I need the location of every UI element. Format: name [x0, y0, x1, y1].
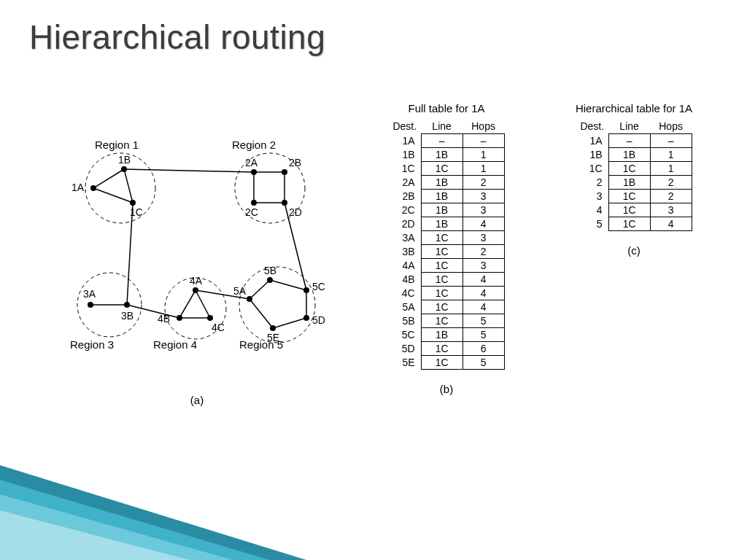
hier-hops: 1: [650, 162, 692, 176]
region-label: Region 4: [153, 338, 197, 351]
edge: [249, 280, 270, 299]
edge: [270, 280, 306, 290]
table-row: 2B1B3: [388, 190, 504, 203]
node-dot: [193, 287, 198, 293]
node-label: 2D: [289, 206, 302, 218]
full-dest: 2D: [388, 217, 421, 231]
node-dot: [121, 166, 127, 172]
hier-hops: 3: [650, 203, 692, 217]
hier-dest: 1C: [576, 162, 608, 176]
table-row: 5C1B5: [388, 328, 504, 342]
full-dest: 3B: [388, 245, 421, 259]
hier-hops: –: [650, 134, 692, 148]
content-area: Region 1Region 2Region 3Region 4Region 5…: [51, 102, 718, 472]
hier-line-header: Line: [608, 119, 650, 134]
edge: [273, 318, 306, 328]
table-row: 5B1C5: [388, 314, 504, 328]
full-hops: 4: [462, 273, 504, 287]
network-diagram: Region 1Region 2Region 3Region 4Region 5…: [51, 137, 343, 378]
table-row: 1A––: [576, 134, 692, 148]
node-dot: [270, 325, 276, 331]
table-row: 2D1B4: [388, 217, 504, 231]
node-dot: [90, 185, 96, 191]
node-label: 2A: [245, 157, 258, 168]
full-line: –: [421, 134, 462, 148]
hier-dest: 1B: [576, 148, 608, 162]
full-hops: 1: [462, 148, 504, 162]
table-row: 5D1C6: [388, 342, 504, 356]
full-line: 1C: [421, 342, 462, 356]
edge: [93, 188, 133, 203]
full-dest: 2B: [388, 190, 421, 203]
table-row: 2C1B3: [388, 203, 504, 217]
hier-dest-header: Dest.: [576, 119, 608, 134]
region-label: Region 2: [232, 139, 276, 151]
table-row: 5A1C4: [388, 300, 504, 314]
node-dot: [247, 296, 252, 302]
node-label: 4B: [158, 313, 170, 324]
hier-hops: 4: [650, 217, 692, 231]
node-label: 1C: [130, 206, 143, 218]
node-dot: [251, 169, 257, 175]
full-hops: 4: [462, 287, 504, 300]
edge: [179, 290, 196, 318]
region-label: Region 3: [70, 338, 114, 351]
full-hops: 4: [462, 217, 504, 231]
region-label: Region 1: [95, 139, 139, 151]
full-line: 1C: [421, 231, 462, 245]
table-row: 41C3: [576, 203, 692, 217]
node-dot: [177, 315, 182, 321]
full-dest: 3A: [388, 231, 421, 245]
node-label: 4A: [190, 275, 203, 287]
table-row: 3B1C2: [388, 245, 504, 259]
full-hops-header: Hops: [462, 119, 504, 134]
hier-table-title: Hierarchical table for 1A: [550, 102, 718, 114]
full-dest: 5D: [388, 342, 421, 356]
node-label: 3A: [83, 288, 96, 300]
panel-label-a: (a): [51, 394, 343, 406]
full-line: 1C: [421, 259, 462, 273]
table-row: 4A1C3: [388, 259, 504, 273]
hier-table: Dest. Line Hops 1A––1B1B11C1C121B231C241…: [576, 119, 692, 231]
full-line: 1C: [421, 287, 462, 300]
node-label: 5D: [312, 314, 325, 326]
table-row: 1B1B1: [388, 148, 504, 162]
table-row: 1C1C1: [388, 162, 504, 176]
svg-marker-0: [0, 465, 306, 560]
full-table-title: Full table for 1A: [370, 102, 523, 114]
slide-title: Hierarchical routing: [29, 18, 325, 57]
full-line-header: Line: [421, 119, 462, 134]
node-dot: [88, 302, 93, 308]
panel-label-b: (b): [370, 383, 523, 395]
hier-table-panel: Hierarchical table for 1A Dest. Line Hop…: [550, 102, 718, 257]
full-dest: 1A: [388, 134, 421, 148]
node-dot: [124, 302, 130, 308]
full-dest: 5C: [388, 328, 421, 342]
table-row: 21B2: [576, 176, 692, 190]
full-dest-header: Dest.: [388, 119, 421, 134]
node-label: 2C: [245, 206, 258, 218]
hier-hops: 1: [650, 148, 692, 162]
full-line: 1C: [421, 273, 462, 287]
hier-hops-header: Hops: [650, 119, 692, 134]
full-hops: 2: [462, 176, 504, 190]
edge: [249, 299, 273, 328]
table-row: 3A1C3: [388, 231, 504, 245]
node-dot: [130, 200, 136, 206]
edge: [196, 290, 210, 318]
edge: [124, 169, 133, 203]
full-line: 1B: [421, 148, 462, 162]
node-label: 5A: [233, 285, 247, 297]
diagram-panel: Region 1Region 2Region 3Region 4Region 5…: [51, 102, 343, 406]
full-table-panel: Full table for 1A Dest. Line Hops 1A––1B…: [370, 102, 523, 395]
table-row: 4B1C4: [388, 273, 504, 287]
hier-line: 1B: [608, 148, 650, 162]
full-dest: 5B: [388, 314, 421, 328]
hier-line: 1C: [608, 203, 650, 217]
full-dest: 2C: [388, 203, 421, 217]
table-row: 31C2: [576, 190, 692, 203]
full-hops: 2: [462, 245, 504, 259]
hier-dest: 1A: [576, 134, 608, 148]
full-line: 1C: [421, 356, 462, 370]
full-table: Dest. Line Hops 1A––1B1B11C1C12A1B22B1B3…: [388, 119, 504, 370]
